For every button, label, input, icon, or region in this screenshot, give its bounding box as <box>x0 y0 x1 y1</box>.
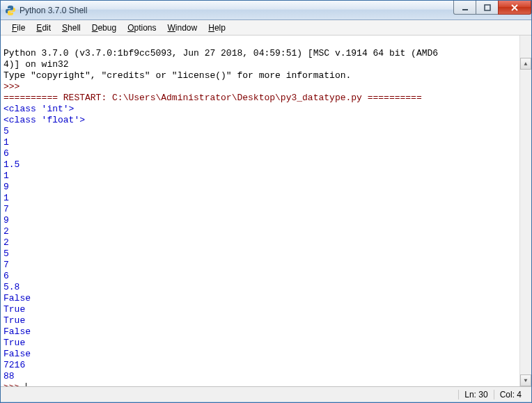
output-line: False <box>3 293 31 303</box>
menu-window[interactable]: Window <box>162 22 203 34</box>
output-line: 5 <box>3 248 9 259</box>
banner-line: Python 3.7.0 (v3.7.0:1bf9cc5093, Jun 27 … <box>3 48 438 58</box>
scroll-down-button[interactable]: ▼ <box>520 374 531 386</box>
output-line: <class 'int'> <box>3 104 74 114</box>
scroll-up-button[interactable]: ▲ <box>520 58 531 70</box>
output-line: 1 <box>3 137 9 148</box>
vertical-scrollbar[interactable]: ▲ ▼ <box>519 35 531 386</box>
menu-help[interactable]: Help <box>203 22 231 34</box>
title-bar: Python 3.7.0 Shell <box>1 1 531 20</box>
output-line: 7 <box>3 260 9 270</box>
output-line: 2 <box>3 226 9 237</box>
menu-bar: File Edit Shell Debug Options Window Hel… <box>1 20 531 35</box>
output-line: 6 <box>3 271 9 281</box>
output-line: 7216 <box>3 360 25 370</box>
output-line: 9 <box>3 182 9 192</box>
output-line: <class 'float'> <box>3 115 85 125</box>
prompt: >>> <box>3 382 25 386</box>
window-controls <box>454 1 531 15</box>
menu-file[interactable]: File <box>6 22 31 34</box>
output-line: True <box>3 315 25 326</box>
restart-line: ========== RESTART: C:\Users\Administrat… <box>3 93 422 103</box>
menu-options[interactable]: Options <box>122 22 162 34</box>
text-caret <box>26 383 26 386</box>
menu-shell[interactable]: Shell <box>56 22 86 34</box>
banner-line: Type "copyright", "credits" or "license(… <box>3 70 351 81</box>
output-line: 6 <box>3 148 9 159</box>
menu-debug[interactable]: Debug <box>86 22 122 34</box>
output-line: 9 <box>3 215 9 226</box>
output-line: 5 <box>3 126 9 136</box>
output-line: 1.5 <box>3 159 19 170</box>
minimize-button[interactable] <box>453 1 476 15</box>
output-line: 88 <box>3 371 15 381</box>
output-line: True <box>3 304 25 315</box>
svg-rect-1 <box>485 5 490 10</box>
output-line: 1 <box>3 193 9 203</box>
output-line: False <box>3 326 31 337</box>
menu-edit[interactable]: Edit <box>31 22 56 34</box>
svg-rect-0 <box>462 9 468 10</box>
prompt: >>> <box>3 81 25 92</box>
python-icon <box>5 5 16 16</box>
window-title: Python 3.7.0 Shell <box>19 6 87 15</box>
banner-line: 4)] on win32 <box>3 59 69 70</box>
output-line: 1 <box>3 171 9 181</box>
output-line: True <box>3 338 25 348</box>
maximize-button[interactable] <box>476 1 499 15</box>
close-button[interactable] <box>498 1 531 15</box>
shell-output[interactable]: Python 3.7.0 (v3.7.0:1bf9cc5093, Jun 27 … <box>1 35 531 386</box>
output-line: 7 <box>3 204 9 214</box>
status-bar: Ln: 30 Col: 4 <box>1 386 531 402</box>
output-line: 2 <box>3 237 9 248</box>
status-col: Col: 4 <box>494 390 527 400</box>
output-line: 5.8 <box>3 282 19 292</box>
output-line: False <box>3 349 31 359</box>
status-line: Ln: 30 <box>458 390 493 400</box>
